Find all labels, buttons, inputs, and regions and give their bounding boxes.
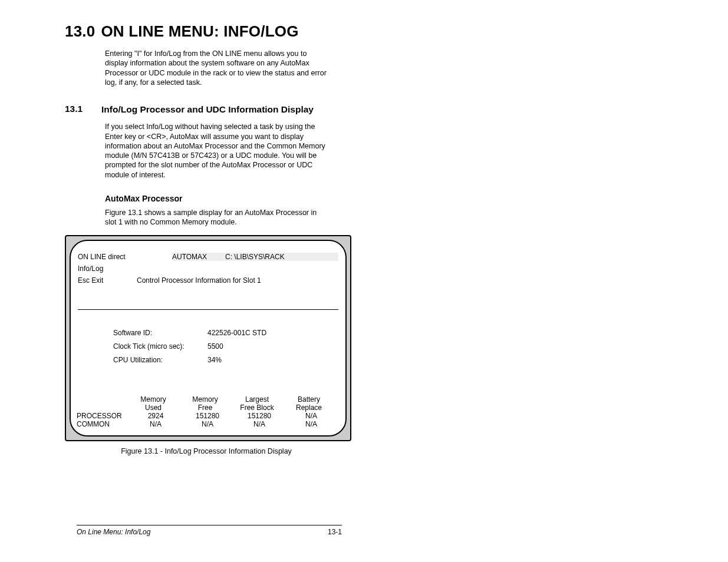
th-battery: BatteryReplace: [283, 396, 335, 412]
screen-divider: [78, 309, 338, 310]
row-largest: N/A: [233, 420, 285, 428]
table-row: PROCESSOR 2924 151280 151280 N/A: [74, 412, 342, 420]
chapter-heading: 13.0 ON LINE MENU: INFO/LOG: [65, 22, 345, 41]
figure-screen: ON LINE direct AUTOMAX C: \LIB\SYS\RACK …: [65, 235, 351, 441]
screen-info-list: Software ID: 422526-001C STD Clock Tick …: [113, 326, 338, 366]
section-number: 13.1: [65, 104, 88, 115]
software-id-label: Software ID:: [113, 326, 207, 340]
chapter-title: ON LINE MENU: INFO/LOG: [101, 22, 298, 41]
section-title: Info/Log Processor and UDC Information D…: [101, 104, 314, 115]
section-heading: 13.1 Info/Log Processor and UDC Informat…: [65, 104, 345, 115]
page: 13.0 ON LINE MENU: INFO/LOG Entering "I"…: [0, 0, 728, 562]
row-mem-free: 151280: [182, 412, 233, 420]
content-column: 13.0 ON LINE MENU: INFO/LOG Entering "I"…: [65, 22, 345, 455]
screen-subtitle: Control Processor Information for Slot 1: [137, 276, 338, 285]
cpu-util-value: 34%: [207, 353, 222, 367]
th-largest-free: LargestFree Block: [231, 396, 283, 412]
chapter-number: 13.0: [65, 22, 95, 41]
row-battery: N/A: [285, 412, 337, 420]
th-blank: [74, 396, 127, 412]
row-label: COMMON: [74, 420, 130, 428]
screen-esc-hint: Esc Exit: [78, 276, 137, 285]
row-battery: N/A: [285, 420, 337, 428]
screen-top-right: C: \LIB\SYS\RACK: [219, 253, 338, 261]
subheading-body: Figure 13.1 shows a sample display for a…: [105, 208, 329, 227]
row-mem-used: N/A: [130, 420, 182, 428]
table-row: COMMON N/A N/A N/A N/A: [74, 420, 342, 428]
figure-screen-inner: ON LINE direct AUTOMAX C: \LIB\SYS\RACK …: [70, 240, 347, 437]
row-mem-used: 2924: [130, 412, 182, 420]
row-label: PROCESSOR: [74, 412, 130, 420]
clock-tick-label: Clock Tick (micro sec):: [113, 340, 207, 353]
screen-topbar: ON LINE direct AUTOMAX C: \LIB\SYS\RACK: [78, 252, 338, 262]
footer-page: 13-1: [328, 528, 342, 536]
clock-tick-value: 5500: [207, 340, 223, 353]
figure-caption: Figure 13.1 - Info/Log Processor Informa…: [65, 447, 348, 455]
footer-title: On Line Menu: Info/Log: [77, 528, 328, 536]
cpu-util-label: CPU Utilization:: [113, 353, 207, 367]
row-mem-free: N/A: [182, 420, 233, 428]
page-footer: On Line Menu: Info/Log 13-1: [77, 525, 342, 536]
intro-paragraph: Entering "I" for Info/Log from the ON LI…: [105, 49, 329, 87]
screen-top-left: ON LINE direct: [78, 253, 172, 261]
subheading: AutoMax Processor: [105, 194, 345, 203]
screen-subline: Esc Exit Control Processor Information f…: [78, 276, 338, 285]
screen-table: MemoryUsed MemoryFree LargestFree Block …: [74, 396, 342, 429]
row-largest: 151280: [233, 412, 285, 420]
th-memory-used: MemoryUsed: [127, 396, 179, 412]
software-id-value: 422526-001C STD: [207, 326, 266, 340]
screen-top-mid: AUTOMAX: [172, 253, 219, 261]
screen-mode: Info/Log: [78, 265, 338, 273]
screen-table-head: MemoryUsed MemoryFree LargestFree Block …: [74, 396, 342, 412]
section-body: If you select Info/Log without having se…: [105, 122, 329, 180]
th-memory-free: MemoryFree: [179, 396, 231, 412]
